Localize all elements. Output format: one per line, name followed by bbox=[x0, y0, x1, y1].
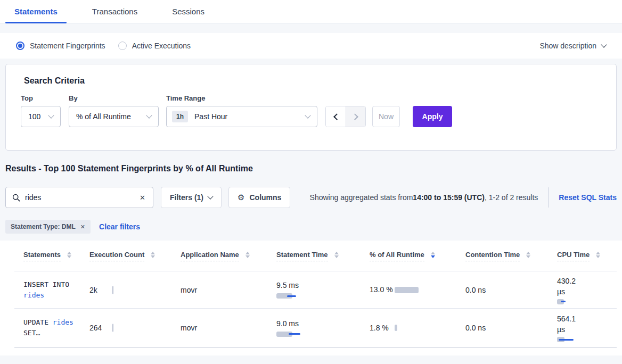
filter-chip-label: Statement Type: DML bbox=[11, 223, 76, 230]
results-heading: Results - Top 100 Statement Fingerprints… bbox=[5, 164, 622, 173]
by-select[interactable]: % of All Runtime bbox=[69, 106, 159, 127]
application-name-cell: movr bbox=[181, 324, 276, 332]
time-range-value: Past Hour bbox=[194, 112, 227, 121]
search-criteria-form: Top 100 By % of All Runtime Time Range 1… bbox=[21, 94, 601, 127]
sort-icon[interactable] bbox=[245, 252, 250, 258]
radio-active-executions[interactable]: Active Executions bbox=[118, 42, 191, 50]
column-header-cpu-time[interactable]: CPU Time bbox=[557, 251, 617, 261]
statement-time-bar bbox=[276, 332, 308, 337]
filter-chip-statement-type[interactable]: Statement Type: DML ✕ bbox=[5, 220, 91, 234]
statement-cell[interactable]: INSERT INTO rides bbox=[14, 279, 87, 301]
column-label: Execution Count bbox=[89, 251, 144, 261]
time-pager bbox=[325, 106, 366, 127]
execution-count-value: 2k bbox=[89, 286, 97, 294]
prev-time-button[interactable] bbox=[326, 106, 346, 127]
cpu-time-bar bbox=[557, 337, 589, 342]
statement-time-cell: 9.0 ms bbox=[276, 319, 370, 337]
sort-icon[interactable] bbox=[596, 252, 600, 258]
remove-filter-icon[interactable]: ✕ bbox=[80, 224, 85, 230]
sort-icon[interactable] bbox=[431, 252, 435, 258]
results-toolbar: ✕ Filters (1) ⚙ Columns Showing aggregat… bbox=[5, 187, 617, 208]
contention-time-cell: 0.0 ns bbox=[465, 286, 557, 294]
chevron-down-icon bbox=[207, 193, 213, 199]
execution-count-bar bbox=[112, 286, 113, 294]
top-label: Top bbox=[21, 94, 61, 102]
show-description-toggle[interactable]: Show description bbox=[539, 42, 606, 50]
stats-suffix: , 1-2 of 2 results bbox=[485, 193, 538, 202]
cpu-time-cell: 564.1 µs bbox=[557, 313, 617, 342]
runtime-cell: 13.0 % bbox=[370, 284, 465, 295]
columns-button[interactable]: ⚙ Columns bbox=[228, 187, 290, 208]
by-field: By % of All Runtime bbox=[69, 94, 159, 127]
now-button[interactable]: Now bbox=[372, 106, 400, 127]
time-range-label: Time Range bbox=[166, 94, 317, 102]
sort-icon[interactable] bbox=[526, 252, 530, 258]
contention-time-cell: 0.0 ns bbox=[465, 324, 557, 332]
statement-time-bar bbox=[276, 293, 308, 299]
show-description-label: Show description bbox=[539, 42, 596, 50]
statement-time-cell: 9.5 ms bbox=[276, 281, 370, 299]
column-header--of-all-runtime[interactable]: % of All Runtime bbox=[370, 251, 465, 261]
statement-table-link[interactable]: rides bbox=[53, 318, 73, 326]
execution-count-value: 264 bbox=[89, 324, 102, 332]
aggregated-stats-text: Showing aggregated stats from 14:00 to 1… bbox=[310, 193, 538, 202]
by-value: % of All Runtime bbox=[76, 112, 131, 121]
execution-count-cell: 264 bbox=[89, 324, 181, 332]
stats-prefix: Showing aggregated stats from bbox=[310, 193, 413, 202]
column-label: Application Name bbox=[181, 251, 239, 261]
sort-icon[interactable] bbox=[67, 252, 71, 258]
search-input[interactable] bbox=[25, 193, 138, 202]
time-range-select[interactable]: 1h Past Hour bbox=[166, 106, 317, 127]
tab-transactions[interactable]: Transactions bbox=[83, 0, 146, 23]
statement-table-link[interactable]: rides bbox=[23, 291, 44, 299]
statement-search-box[interactable]: ✕ bbox=[5, 187, 153, 208]
table-row[interactable]: INSERT INTO rides 2k movr 9.5 ms 13.0 % … bbox=[14, 271, 617, 309]
divider bbox=[549, 187, 549, 208]
column-label: Contention Time bbox=[465, 251, 520, 261]
clear-filters-link[interactable]: Clear filters bbox=[99, 222, 140, 231]
statement-text: INSERT INTO bbox=[23, 280, 69, 288]
chevron-down-icon bbox=[305, 112, 310, 118]
stats-range: 14:00 to 15:59 (UTC) bbox=[413, 193, 485, 202]
column-label: Statements bbox=[23, 251, 61, 261]
radio-statement-fingerprints[interactable]: Statement Fingerprints bbox=[16, 42, 105, 50]
column-label: CPU Time bbox=[557, 251, 590, 261]
tab-statements[interactable]: Statements bbox=[5, 0, 67, 23]
statement-text: SET… bbox=[23, 329, 40, 337]
execution-count-bar bbox=[112, 324, 113, 332]
radio-unselected-icon bbox=[118, 42, 127, 50]
statement-cell[interactable]: UPDATE rides SET… bbox=[14, 317, 87, 338]
table-row[interactable]: UPDATE rides SET… 264 movr 9.0 ms 1.8 % … bbox=[14, 309, 617, 348]
runtime-bar bbox=[395, 325, 427, 331]
search-icon bbox=[12, 194, 20, 202]
page-tabs: StatementsTransactionsSessions bbox=[0, 0, 622, 23]
column-header-statement-time[interactable]: Statement Time bbox=[276, 251, 370, 261]
chevron-down-icon bbox=[48, 112, 54, 118]
active-filters-row: Statement Type: DML ✕ Clear filters bbox=[5, 220, 617, 234]
radio-label: Active Executions bbox=[132, 42, 191, 50]
radio-selected-icon bbox=[16, 42, 24, 50]
sort-icon[interactable] bbox=[151, 252, 155, 258]
clear-search-icon[interactable]: ✕ bbox=[138, 193, 146, 203]
sort-icon[interactable] bbox=[334, 252, 339, 258]
column-header-application-name[interactable]: Application Name bbox=[181, 251, 276, 261]
column-header-contention-time[interactable]: Contention Time bbox=[465, 251, 557, 261]
filters-label: Filters (1) bbox=[170, 193, 203, 202]
runtime-value: 1.8 % bbox=[370, 322, 395, 334]
filters-button[interactable]: Filters (1) bbox=[161, 187, 222, 208]
column-header-statements[interactable]: Statements bbox=[14, 251, 89, 261]
search-criteria-panel: Search Criteria Top 100 By % of All Runt… bbox=[5, 64, 617, 151]
column-label: Statement Time bbox=[276, 251, 328, 261]
top-value: 100 bbox=[28, 112, 40, 121]
columns-label: Columns bbox=[249, 193, 281, 202]
chevron-down-icon bbox=[146, 112, 152, 118]
cpu-time-value: 564.1 µs bbox=[557, 313, 584, 335]
apply-button[interactable]: Apply bbox=[413, 106, 452, 127]
reset-sql-stats-link[interactable]: Reset SQL Stats bbox=[559, 193, 617, 202]
next-time-button[interactable] bbox=[346, 106, 365, 127]
top-select[interactable]: 100 bbox=[21, 106, 61, 127]
column-header-execution-count[interactable]: Execution Count bbox=[89, 251, 181, 261]
column-label: % of All Runtime bbox=[370, 251, 424, 261]
tab-sessions[interactable]: Sessions bbox=[163, 0, 214, 23]
cpu-time-value: 430.2 µs bbox=[557, 276, 584, 297]
